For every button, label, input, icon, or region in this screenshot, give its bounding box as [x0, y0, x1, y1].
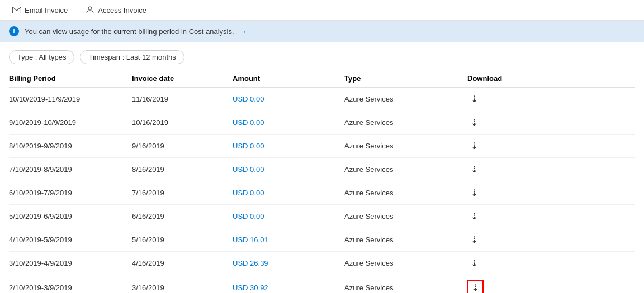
cell-type: Azure Services	[344, 135, 467, 158]
cell-amount[interactable]: USD 16.01	[233, 228, 344, 252]
cell-billing-period: 3/10/2019-4/9/2019	[9, 252, 132, 275]
cell-type: Azure Services	[344, 205, 467, 228]
download-button[interactable]: ⇣	[467, 163, 481, 176]
table-row: 5/10/2019-6/9/20196/16/2019USD 0.00Azure…	[9, 205, 635, 228]
cell-amount[interactable]: USD 26.39	[233, 252, 344, 275]
table-row: 4/10/2019-5/9/20195/16/2019USD 16.01Azur…	[9, 228, 635, 252]
amount-link[interactable]: USD 0.00	[233, 142, 264, 150]
download-button[interactable]: ⇣	[467, 233, 481, 246]
table-row: 9/10/2019-10/9/201910/16/2019USD 0.00Azu…	[9, 111, 635, 135]
cell-amount[interactable]: USD 0.00	[233, 181, 344, 205]
cell-download[interactable]: ⇣	[467, 135, 635, 158]
cell-invoice-date: 8/16/2019	[132, 158, 233, 181]
cell-type: Azure Services	[344, 111, 467, 135]
cell-amount[interactable]: USD 0.00	[233, 135, 344, 158]
cost-analysis-link[interactable]: →	[240, 27, 247, 36]
download-button[interactable]: ⇣	[467, 257, 481, 270]
cell-billing-period: 6/10/2019-7/9/2019	[9, 181, 132, 205]
table-row: 2/10/2019-3/9/20193/16/2019USD 30.92Azur…	[9, 275, 635, 294]
cell-invoice-date: 11/16/2019	[132, 88, 233, 111]
cell-type: Azure Services	[344, 228, 467, 252]
cell-billing-period: 2/10/2019-3/9/2019	[9, 275, 132, 294]
cell-type: Azure Services	[344, 275, 467, 294]
cell-billing-period: 4/10/2019-5/9/2019	[9, 228, 132, 252]
header-type: Type	[344, 70, 467, 88]
cell-invoice-date: 9/16/2019	[132, 135, 233, 158]
cell-type: Azure Services	[344, 252, 467, 275]
info-banner: i You can view usage for the current bil…	[0, 21, 644, 42]
amount-link[interactable]: USD 0.00	[233, 165, 264, 174]
email-invoice-label: Email Invoice	[25, 6, 68, 15]
cell-type: Azure Services	[344, 88, 467, 111]
download-button[interactable]: ⇣	[467, 280, 484, 293]
amount-link[interactable]: USD 16.01	[233, 236, 268, 244]
access-invoice-label: Access Invoice	[98, 6, 146, 15]
cell-invoice-date: 10/16/2019	[132, 111, 233, 135]
svg-point-1	[88, 7, 92, 10]
cell-download[interactable]: ⇣	[467, 158, 635, 181]
cell-amount[interactable]: USD 0.00	[233, 158, 344, 181]
cell-download[interactable]: ⇣	[467, 88, 635, 111]
cell-invoice-date: 4/16/2019	[132, 252, 233, 275]
download-button[interactable]: ⇣	[467, 186, 481, 199]
amount-link[interactable]: USD 30.92	[233, 284, 268, 292]
header-billing-period: Billing Period	[9, 70, 132, 88]
amount-link[interactable]: USD 0.00	[233, 189, 264, 197]
amount-link[interactable]: USD 0.00	[233, 212, 264, 220]
cell-invoice-date: 6/16/2019	[132, 205, 233, 228]
type-filter-button[interactable]: Type : All types	[9, 50, 74, 64]
amount-link[interactable]: USD 0.00	[233, 118, 264, 127]
cell-amount[interactable]: USD 0.00	[233, 205, 344, 228]
invoice-table: Billing Period Invoice date Amount Type …	[9, 70, 635, 293]
filters: Type : All types Timespan : Last 12 mont…	[0, 42, 644, 70]
info-icon: i	[9, 26, 19, 36]
table-row: 10/10/2019-11/9/201911/16/2019USD 0.00Az…	[9, 88, 635, 111]
amount-link[interactable]: USD 26.39	[233, 259, 268, 267]
cell-download[interactable]: ⇣	[467, 228, 635, 252]
cell-amount[interactable]: USD 0.00	[233, 111, 344, 135]
timespan-filter-button[interactable]: Timespan : Last 12 months	[80, 50, 184, 64]
cell-billing-period: 10/10/2019-11/9/2019	[9, 88, 132, 111]
table-row: 7/10/2019-8/9/20198/16/2019USD 0.00Azure…	[9, 158, 635, 181]
cell-billing-period: 7/10/2019-8/9/2019	[9, 158, 132, 181]
cell-billing-period: 5/10/2019-6/9/2019	[9, 205, 132, 228]
cell-type: Azure Services	[344, 181, 467, 205]
toolbar: Email Invoice Access Invoice	[0, 0, 644, 21]
table-header-row: Billing Period Invoice date Amount Type …	[9, 70, 635, 88]
invoice-table-wrapper: Billing Period Invoice date Amount Type …	[0, 70, 644, 293]
cell-download[interactable]: ⇣	[467, 205, 635, 228]
download-button[interactable]: ⇣	[467, 93, 481, 105]
header-amount: Amount	[233, 70, 344, 88]
header-invoice-date: Invoice date	[132, 70, 233, 88]
download-button[interactable]: ⇣	[467, 140, 481, 152]
cell-type: Azure Services	[344, 158, 467, 181]
cell-invoice-date: 7/16/2019	[132, 181, 233, 205]
header-download: Download	[467, 70, 635, 88]
envelope-icon	[12, 7, 21, 13]
table-row: 3/10/2019-4/9/20194/16/2019USD 26.39Azur…	[9, 252, 635, 275]
amount-link[interactable]: USD 0.00	[233, 95, 264, 103]
cell-download[interactable]: ⇣	[467, 181, 635, 205]
download-button[interactable]: ⇣	[467, 116, 481, 129]
email-invoice-button[interactable]: Email Invoice	[9, 4, 71, 17]
cell-billing-period: 8/10/2019-9/9/2019	[9, 135, 132, 158]
banner-message: You can view usage for the current billi…	[25, 27, 234, 36]
cell-download[interactable]: ⇣	[467, 252, 635, 275]
download-button[interactable]: ⇣	[467, 210, 481, 223]
table-row: 6/10/2019-7/9/20197/16/2019USD 0.00Azure…	[9, 181, 635, 205]
cell-download[interactable]: ⇣	[467, 275, 635, 294]
cell-download[interactable]: ⇣	[467, 111, 635, 135]
cell-billing-period: 9/10/2019-10/9/2019	[9, 111, 132, 135]
cell-invoice-date: 5/16/2019	[132, 228, 233, 252]
access-invoice-button[interactable]: Access Invoice	[82, 3, 150, 17]
cell-amount[interactable]: USD 30.92	[233, 275, 344, 294]
table-row: 8/10/2019-9/9/20199/16/2019USD 0.00Azure…	[9, 135, 635, 158]
person-icon	[86, 6, 94, 15]
cell-amount[interactable]: USD 0.00	[233, 88, 344, 111]
cell-invoice-date: 3/16/2019	[132, 275, 233, 294]
